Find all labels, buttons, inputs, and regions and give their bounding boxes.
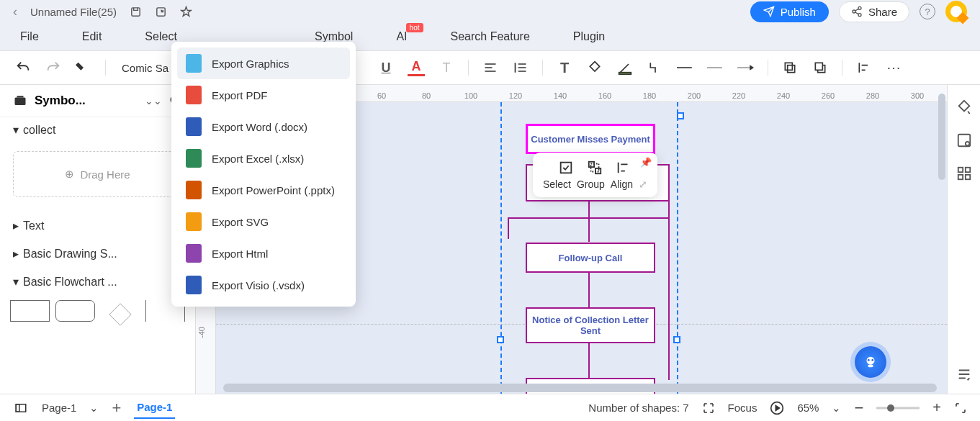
zoom-slider[interactable]	[876, 404, 920, 412]
flow-line	[588, 202, 590, 242]
font-family-select[interactable]: Comic Sa	[119, 60, 171, 76]
chevron-down-icon[interactable]: ⌄	[89, 402, 99, 415]
left-sidebar: Symbo... ⌄⌄ ▾collect ⊕ Drag Here ▸Text ▸…	[0, 85, 196, 394]
arrow-style-icon[interactable]	[737, 59, 755, 76]
right-rail	[947, 85, 980, 394]
group-label[interactable]: Group	[577, 178, 605, 190]
line-weight-icon[interactable]	[677, 59, 694, 76]
section-basic-flowchart[interactable]: ▾Basic Flowchart ...	[0, 268, 195, 296]
vertical-scrollbar[interactable]	[938, 94, 945, 180]
line-style-icon[interactable]	[707, 59, 724, 76]
fill-panel-icon[interactable]	[956, 99, 972, 115]
add-page-icon[interactable]: +	[112, 399, 121, 417]
collapse-icon[interactable]: ⌄⌄	[145, 95, 162, 107]
text-clear-icon[interactable]: T	[438, 59, 455, 76]
help-icon[interactable]: ?	[920, 4, 935, 19]
svg-rect-12	[815, 63, 822, 70]
shape-diamond[interactable]	[109, 303, 131, 325]
flow-box-1[interactable]: Customer Misses Payment	[526, 124, 655, 154]
menu-search-feature[interactable]: Search Feature	[451, 30, 530, 43]
menu-select[interactable]: Select	[145, 30, 176, 43]
menu-file[interactable]: File	[20, 30, 39, 43]
section-basic-drawing[interactable]: ▸Basic Drawing S...	[0, 240, 195, 268]
properties-panel-icon[interactable]	[956, 132, 972, 148]
line-spacing-icon[interactable]	[512, 59, 529, 76]
menu-plugin[interactable]: Plugin	[573, 30, 605, 43]
flow-line	[588, 343, 590, 378]
zoom-level[interactable]: 65%	[797, 402, 819, 414]
connector-icon[interactable]	[647, 59, 664, 76]
focus-label[interactable]: Focus	[728, 402, 758, 414]
select-label[interactable]: Select	[543, 178, 571, 190]
export-item-xls[interactable]: Export Excel (.xlsx)	[177, 142, 350, 174]
export-icon[interactable]	[155, 6, 167, 18]
select-tool-icon[interactable]	[558, 160, 574, 176]
align-label[interactable]: Align	[611, 178, 633, 190]
export-item-visio[interactable]: Export Visio (.vsdx)	[177, 269, 350, 301]
selection-handle[interactable]	[673, 336, 680, 343]
group-tool-icon[interactable]	[587, 160, 603, 176]
undo-icon[interactable]	[14, 59, 32, 76]
export-item-ppt[interactable]: Export PowerPoint (.pptx)	[177, 174, 350, 206]
selection-handle[interactable]	[497, 336, 504, 343]
focus-icon[interactable]	[702, 402, 715, 415]
save-icon[interactable]	[130, 6, 142, 18]
font-color-icon[interactable]: A	[408, 59, 425, 76]
more-icon[interactable]: ⋯	[886, 59, 903, 76]
section-text[interactable]: ▸Text	[0, 212, 195, 240]
selection-handle[interactable]	[677, 112, 684, 119]
shape-rounded-rect[interactable]	[55, 300, 95, 322]
redo-icon[interactable]	[45, 59, 62, 76]
align-objects-icon[interactable]	[855, 59, 873, 76]
svg-point-34	[871, 359, 873, 361]
export-item-svg[interactable]: Export SVG	[177, 206, 350, 237]
shape-count: Number of shapes: 7	[588, 402, 688, 414]
chat-fab[interactable]	[855, 346, 886, 378]
menu-edit[interactable]: Edit	[82, 30, 102, 43]
share-button[interactable]: Share	[839, 1, 909, 22]
line-color-icon[interactable]	[616, 59, 634, 76]
svg-point-3	[853, 10, 855, 13]
drag-drop-zone[interactable]: ⊕ Drag Here	[13, 151, 182, 197]
play-icon[interactable]	[770, 401, 784, 415]
chevron-down-icon[interactable]: ⌄	[832, 402, 841, 415]
back-icon[interactable]: ‹	[13, 4, 17, 19]
svg-rect-24	[958, 175, 962, 179]
fullscreen-icon[interactable]	[954, 402, 967, 415]
pin-icon[interactable]: 📌	[640, 157, 652, 168]
layer-back-icon[interactable]	[812, 59, 829, 76]
page-tab-1[interactable]: Page-1	[134, 397, 175, 419]
apps-panel-icon[interactable]	[956, 166, 972, 181]
horizontal-scrollbar[interactable]	[223, 384, 937, 392]
expand-icon[interactable]: ⤢	[639, 178, 647, 190]
section-collect[interactable]: ▾collect	[0, 117, 195, 142]
shape-rectangle[interactable]	[10, 300, 50, 322]
zoom-in-icon[interactable]: +	[932, 399, 941, 416]
svg-rect-27	[16, 404, 19, 412]
align-tool-icon[interactable]	[616, 160, 631, 176]
page-select[interactable]: Page-1	[42, 402, 76, 414]
flow-box-4[interactable]: Notice of Collection Letter Sent	[526, 307, 655, 343]
star-icon[interactable]	[180, 6, 192, 18]
text-tool-icon[interactable]: T	[556, 59, 573, 76]
export-item-pdf[interactable]: Export PDF	[177, 79, 350, 111]
ruler-tick: 160	[598, 91, 611, 100]
zoom-out-icon[interactable]: −	[854, 399, 863, 417]
format-painter-icon[interactable]	[75, 59, 92, 76]
underline-icon[interactable]: U	[377, 59, 395, 76]
export-item-word[interactable]: Export Word (.docx)	[177, 111, 350, 142]
file-name[interactable]: Unnamed File(25)	[30, 6, 117, 18]
align-left-icon[interactable]	[482, 59, 499, 76]
publish-button[interactable]: Publish	[750, 1, 829, 22]
flow-line	[588, 273, 590, 307]
export-item-img[interactable]: Export Graphics	[177, 47, 350, 79]
export-item-html[interactable]: Export Html	[177, 237, 350, 269]
library-icon	[13, 94, 27, 107]
menu-ai[interactable]: AIhot	[396, 30, 407, 43]
flow-box-3[interactable]: Follow-up Call	[526, 243, 655, 273]
list-panel-icon[interactable]	[956, 366, 972, 382]
fill-icon[interactable]	[586, 59, 603, 76]
layer-front-icon[interactable]	[781, 59, 799, 76]
user-avatar[interactable]	[945, 1, 967, 22]
pages-icon[interactable]	[13, 402, 29, 415]
